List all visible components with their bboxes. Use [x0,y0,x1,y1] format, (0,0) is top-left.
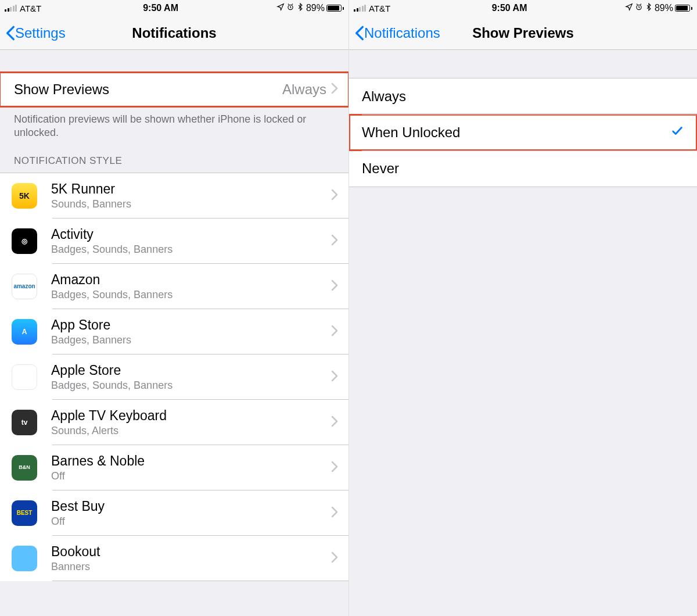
back-button[interactable]: Notifications [355,25,440,41]
alarm-icon [286,3,294,13]
battery-icon [326,5,344,12]
chevron-right-icon [331,551,338,565]
battery-pct: 89% [306,3,325,13]
nav-bar: Settings Notifications [0,16,348,50]
row-value: Always [282,81,326,98]
app-icon: 5K [12,183,37,209]
nav-bar: Notifications Show Previews [349,16,697,50]
app-name: Bookout [51,544,331,560]
app-row[interactable]: B&NBarnes & NobleOff [0,445,348,490]
app-subtitle: Badges, Banners [51,334,331,346]
app-row[interactable]: ◎ActivityBadges, Sounds, Banners [0,219,348,264]
app-icon: amazon [12,274,37,299]
screen-notifications: AT&T 9:50 AM 89% Settings Notifications [0,0,348,616]
carrier-label: AT&T [20,3,41,13]
app-name: Activity [51,227,331,242]
app-subtitle: Badges, Sounds, Banners [51,289,331,301]
chevron-right-icon [331,280,338,293]
bluetooth-icon [296,3,304,13]
app-icon: B&N [12,455,37,481]
bluetooth-icon [645,3,653,13]
app-row[interactable]: BookoutBanners [0,536,348,581]
chevron-right-icon [331,370,338,384]
option-label: Never [362,160,399,177]
section-header: NOTIFICATION STYLE [0,140,348,173]
app-icon: BEST [12,500,37,526]
back-button[interactable]: Settings [6,25,66,41]
app-name: Barnes & Noble [51,453,331,469]
row-label: Show Previews [14,81,282,98]
status-time: 9:50 AM [492,3,527,13]
app-icon: tv [12,410,37,435]
battery-icon [675,5,692,12]
app-subtitle: Badges, Sounds, Banners [51,243,331,256]
app-subtitle: Badges, Sounds, Banners [51,379,331,392]
back-label: Settings [15,25,66,41]
location-icon [625,3,633,13]
chevron-right-icon [331,234,338,248]
back-label: Notifications [364,25,440,41]
section-footer: Notification previews will be shown whet… [0,107,348,140]
app-row[interactable]: Apple StoreBadges, Sounds, Banners [0,354,348,400]
signal-icon [354,5,366,12]
app-subtitle: Off [51,515,331,528]
chevron-right-icon [331,325,338,339]
app-row[interactable]: 5K5K RunnerSounds, Banners [0,173,348,219]
app-subtitle: Sounds, Banners [51,198,331,210]
app-name: App Store [51,317,331,333]
carrier-label: AT&T [369,3,390,13]
option-row[interactable]: Always [349,78,697,114]
chevron-right-icon [331,506,338,520]
app-name: Apple TV Keyboard [51,408,331,424]
option-row[interactable]: When Unlocked [349,114,697,151]
app-icon: ◎ [12,228,37,254]
app-row[interactable]: amazonAmazonBadges, Sounds, Banners [0,264,348,309]
app-name: Apple Store [51,363,331,378]
app-name: Amazon [51,272,331,288]
battery-pct: 89% [655,3,673,13]
status-time: 9:50 AM [143,3,178,13]
app-name: Best Buy [51,499,331,514]
signal-icon [5,5,17,12]
app-icon [12,546,37,571]
option-label: When Unlocked [362,124,460,141]
chevron-right-icon [331,416,338,429]
chevron-right-icon [331,461,338,475]
checkmark-icon [670,124,684,141]
option-label: Always [362,88,406,105]
alarm-icon [635,3,643,13]
status-bar: AT&T 9:50 AM 89% [349,0,697,16]
app-icon [12,364,37,390]
chevron-right-icon [331,83,338,96]
location-icon [276,3,285,13]
screen-show-previews: AT&T 9:50 AM 89% Notifications Show Prev… [348,0,697,616]
app-row[interactable]: tvApple TV KeyboardSounds, Alerts [0,400,348,445]
app-name: 5K Runner [51,181,331,197]
option-row[interactable]: Never [349,151,697,187]
app-row[interactable]: BESTBest BuyOff [0,490,348,536]
chevron-right-icon [331,189,338,203]
show-previews-row[interactable]: Show Previews Always [0,73,348,106]
app-row[interactable]: AApp StoreBadges, Banners [0,309,348,354]
app-subtitle: Banners [51,561,331,573]
app-subtitle: Off [51,470,331,482]
app-icon: A [12,319,37,345]
status-bar: AT&T 9:50 AM 89% [0,0,348,16]
app-subtitle: Sounds, Alerts [51,425,331,437]
